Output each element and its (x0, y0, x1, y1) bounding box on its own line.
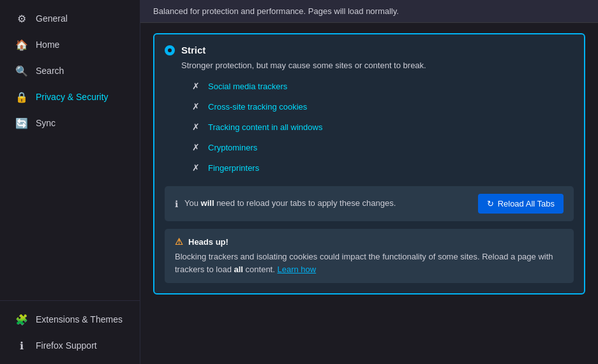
sidebar-item-general[interactable]: ⚙ General (5, 6, 135, 31)
sidebar-label-search: Search (36, 66, 64, 76)
sidebar-icon-privacy-security: 🔒 (15, 91, 28, 103)
reload-notice: ℹ You will need to reload your tabs to a… (165, 186, 574, 221)
strict-description: Stronger protection, but may cause some … (165, 61, 574, 70)
sidebar-label-privacy-security: Privacy & Security (36, 92, 108, 102)
warning-icon: ⚠ (175, 237, 183, 247)
tracker-label-tracking-content: Tracking content in all windows (208, 122, 322, 132)
strict-header: Strict (165, 45, 574, 55)
reload-btn-label: Reload All Tabs (498, 199, 555, 208)
reload-notice-text: ℹ You will need to reload your tabs to a… (175, 198, 470, 209)
sidebar-label-general: General (36, 13, 68, 24)
sidebar-icon-search: 🔍 (15, 64, 28, 77)
strict-title: Strict (181, 45, 206, 55)
tracker-label-fingerprinters: Fingerprinters (208, 163, 259, 173)
tracker-icon-cross-site: ✗ (190, 101, 202, 112)
learn-how-link[interactable]: Learn how (277, 265, 316, 274)
sidebar-item-search[interactable]: 🔍 Search (5, 58, 135, 84)
sidebar-icon-firefox-support: ℹ (15, 339, 28, 352)
heads-up-text: Blocking trackers and isolating cookies … (175, 252, 553, 274)
sidebar-icon-sync: 🔄 (15, 117, 28, 129)
tracker-label-social-media: Social media trackers (208, 82, 287, 91)
reload-notice-message: You will need to reload your tabs to app… (184, 198, 396, 208)
sidebar-icon-extensions-themes: 🧩 (15, 313, 28, 326)
heads-up-notice: ⚠ Heads up! Blocking trackers and isolat… (165, 229, 574, 283)
tracker-list: ✗ Social media trackers ✗ Cross-site tra… (165, 80, 574, 173)
sidebar-item-extensions-themes[interactable]: 🧩 Extensions & Themes (5, 307, 135, 332)
info-icon: ℹ (175, 199, 178, 209)
sidebar: ⚙ General 🏠 Home 🔍 Search 🔒 Privacy & Se… (0, 0, 140, 364)
tracker-item-social-media: ✗ Social media trackers (190, 80, 574, 92)
strict-radio[interactable] (165, 45, 175, 55)
tracker-icon-social-media: ✗ (190, 80, 202, 92)
main-content: Balanced for protection and performance.… (140, 0, 598, 364)
top-hint: Balanced for protection and performance.… (140, 0, 598, 23)
tracker-item-fingerprinters: ✗ Fingerprinters (190, 162, 574, 173)
tracker-label-cryptominers: Cryptominers (208, 143, 257, 152)
sidebar-item-home[interactable]: 🏠 Home (5, 32, 135, 57)
sidebar-label-home: Home (36, 40, 59, 50)
sidebar-item-sync[interactable]: 🔄 Sync (5, 110, 135, 136)
tracker-item-cryptominers: ✗ Cryptominers (190, 142, 574, 153)
sidebar-bottom: 🧩 Extensions & Themes ℹ Firefox Support (0, 300, 140, 359)
sidebar-item-privacy-security[interactable]: 🔒 Privacy & Security (5, 84, 135, 110)
sidebar-label-extensions-themes: Extensions & Themes (36, 314, 123, 324)
tracker-item-cross-site: ✗ Cross-site tracking cookies (190, 101, 574, 112)
sidebar-item-firefox-support[interactable]: ℹ Firefox Support (5, 333, 135, 358)
heads-up-body: Blocking trackers and isolating cookies … (175, 251, 564, 275)
tracker-icon-cryptominers: ✗ (190, 142, 202, 153)
sidebar-label-firefox-support: Firefox Support (36, 340, 97, 351)
heads-up-title: Heads up! (188, 237, 228, 247)
tracker-icon-fingerprinters: ✗ (190, 162, 202, 173)
tracker-item-tracking-content: ✗ Tracking content in all windows (190, 121, 574, 133)
tracker-label-cross-site: Cross-site tracking cookies (208, 102, 307, 112)
reload-icon: ↻ (487, 199, 494, 208)
sidebar-icon-general: ⚙ (15, 12, 28, 25)
sidebar-icon-home: 🏠 (15, 38, 28, 51)
tracker-icon-tracking-content: ✗ (190, 121, 202, 133)
sidebar-label-sync: Sync (36, 118, 56, 128)
heads-up-header: ⚠ Heads up! (175, 237, 564, 247)
reload-all-tabs-button[interactable]: ↻ Reload All Tabs (478, 194, 564, 214)
strict-card: Strict Stronger protection, but may caus… (153, 33, 585, 295)
